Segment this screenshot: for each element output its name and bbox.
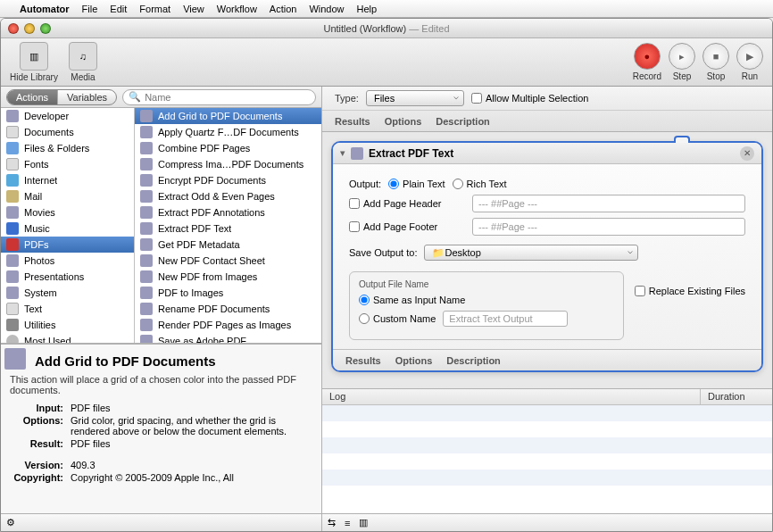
category-row[interactable]: Music [1, 220, 134, 237]
action-label: Render PDF Pages as Images [158, 320, 291, 330]
tab-variables[interactable]: Variables [58, 90, 116, 104]
pdf-icon [6, 238, 19, 251]
action-row[interactable]: Apply Quartz F…DF Documents [135, 124, 321, 140]
menubar[interactable]: Automator File Edit Format View Workflow… [0, 0, 773, 18]
music-icon [6, 222, 19, 235]
add-footer-checkbox[interactable]: Add Page Footer [349, 221, 465, 232]
text-icon [6, 158, 19, 170]
search-icon: 🔍 [129, 91, 141, 103]
action-row[interactable]: Render PDF Pages as Images [135, 317, 321, 333]
action-row[interactable]: Combine PDF Pages [135, 140, 321, 156]
folder-icon [6, 142, 19, 154]
search-input[interactable] [145, 92, 310, 103]
menu-file[interactable]: File [82, 4, 98, 14]
category-row[interactable]: Movies [1, 204, 134, 220]
category-row[interactable]: System [1, 285, 134, 301]
category-row[interactable]: Documents [1, 124, 134, 140]
header-text-field[interactable]: --- ##Page --- [472, 195, 745, 212]
type-select[interactable]: Files [366, 90, 464, 106]
view-toggle-vars-icon[interactable]: ▥ [359, 517, 368, 528]
category-row[interactable]: Utilities [1, 317, 134, 333]
workflow-step-extract-pdf-text[interactable]: ▾ Extract PDF Text ✕ Output: Plain Text … [331, 141, 763, 372]
step-tab-description[interactable]: Description [446, 355, 501, 366]
menu-help[interactable]: Help [357, 4, 378, 14]
category-label: Documents [24, 127, 74, 137]
receive-tab-results[interactable]: Results [335, 116, 370, 127]
step-tab-options[interactable]: Options [395, 355, 433, 366]
category-row[interactable]: Fonts [1, 156, 134, 172]
footer-text-field[interactable]: --- ##Page --- [472, 218, 745, 236]
menu-format[interactable]: Format [139, 4, 170, 14]
action-row[interactable]: Extract PDF Annotations [135, 204, 321, 220]
action-row[interactable]: New PDF Contact Sheet [135, 253, 321, 269]
category-row[interactable]: Internet [1, 172, 134, 188]
allow-multiple-checkbox[interactable]: Allow Multiple Selection [471, 93, 589, 104]
tab-actions[interactable]: Actions [7, 90, 58, 104]
view-toggle-list-icon[interactable]: ≡ [345, 518, 350, 528]
output-rich-radio[interactable]: Rich Text [453, 179, 507, 189]
log-rows [322, 405, 772, 513]
action-icon [140, 303, 153, 315]
category-list[interactable]: DeveloperDocumentsFiles & FoldersFontsIn… [1, 108, 135, 343]
menu-automator[interactable]: Automator [20, 4, 70, 14]
action-row[interactable]: Extract Odd & Even Pages [135, 188, 321, 204]
menu-edit[interactable]: Edit [110, 4, 127, 14]
add-header-checkbox[interactable]: Add Page Header [349, 198, 465, 209]
menu-view[interactable]: View [183, 4, 204, 14]
remove-step-button[interactable]: ✕ [740, 146, 754, 161]
action-info-title: Add Grid to PDF Documents [35, 353, 312, 369]
action-row[interactable]: New PDF from Images [135, 269, 321, 285]
save-output-select[interactable]: 📁 Desktop [424, 245, 638, 261]
run-button[interactable]: ▶ Run [736, 43, 763, 81]
replace-existing-checkbox[interactable]: Replace Existing Files [635, 286, 745, 296]
hide-library-button[interactable]: ▥ Hide Library [10, 42, 58, 82]
menu-window[interactable]: Window [309, 4, 344, 14]
library-statusbar: ⚙ [1, 513, 321, 531]
menu-workflow[interactable]: Workflow [217, 4, 257, 14]
gear-icon[interactable]: ⚙ [6, 517, 19, 529]
category-row[interactable]: Presentations [1, 269, 134, 285]
receive-tab-description[interactable]: Description [436, 116, 490, 127]
workflow-canvas[interactable]: ▾ Extract PDF Text ✕ Output: Plain Text … [322, 132, 772, 388]
category-row[interactable]: Mail [1, 188, 134, 204]
category-row[interactable]: Photos [1, 253, 134, 269]
library-search[interactable]: 🔍 [122, 89, 316, 105]
action-row[interactable]: PDF to Images [135, 285, 321, 301]
record-button[interactable]: ● Record [633, 43, 661, 81]
toolbar: ▥ Hide Library ♫ Media ● Record ▸ Step ■… [1, 38, 772, 87]
custom-name-field[interactable]: Extract Text Output [443, 311, 568, 327]
category-row[interactable]: Most Used [1, 333, 134, 343]
library-panel: Actions Variables 🔍 DeveloperDocumentsFi… [1, 87, 322, 531]
action-row[interactable]: Get PDF Metadata [135, 237, 321, 253]
category-row[interactable]: Developer [1, 108, 134, 124]
media-button[interactable]: ♫ Media [69, 42, 97, 82]
action-row[interactable]: Rename PDF Documents [135, 301, 321, 317]
category-row[interactable]: PDFs [1, 237, 134, 253]
category-label: System [24, 287, 57, 298]
receive-tab-options[interactable]: Options [385, 116, 422, 127]
same-name-radio[interactable]: Same as Input Name [359, 295, 465, 305]
menu-action[interactable]: Action [270, 4, 297, 14]
step-button[interactable]: ▸ Step [669, 43, 695, 81]
action-row[interactable]: Compress Ima…PDF Documents [135, 156, 321, 172]
action-label: Encrypt PDF Documents [158, 175, 266, 186]
category-row[interactable]: Text [1, 301, 134, 317]
action-list[interactable]: Add Grid to PDF DocumentsApply Quartz F…… [135, 108, 321, 343]
category-label: Text [24, 303, 42, 314]
stop-button[interactable]: ■ Stop [702, 43, 729, 81]
category-label: Utilities [24, 320, 55, 330]
action-row[interactable]: Add Grid to PDF Documents [135, 108, 321, 124]
category-row[interactable]: Files & Folders [1, 140, 134, 156]
disclosure-triangle-icon[interactable]: ▾ [340, 147, 345, 159]
output-plain-radio[interactable]: Plain Text [388, 179, 445, 189]
custom-name-radio[interactable]: Custom Name [359, 313, 436, 324]
action-icon [140, 174, 153, 187]
action-row[interactable]: Save as Adobe PDF [135, 333, 321, 343]
duration-column-header[interactable]: Duration [701, 389, 772, 404]
log-column-header[interactable]: Log [322, 389, 701, 404]
action-row[interactable]: Extract PDF Text [135, 220, 321, 237]
step-tab-results[interactable]: Results [345, 355, 381, 366]
view-toggle-flow-icon[interactable]: ⇆ [328, 517, 336, 528]
generic-icon [6, 287, 19, 299]
action-row[interactable]: Encrypt PDF Documents [135, 172, 321, 188]
